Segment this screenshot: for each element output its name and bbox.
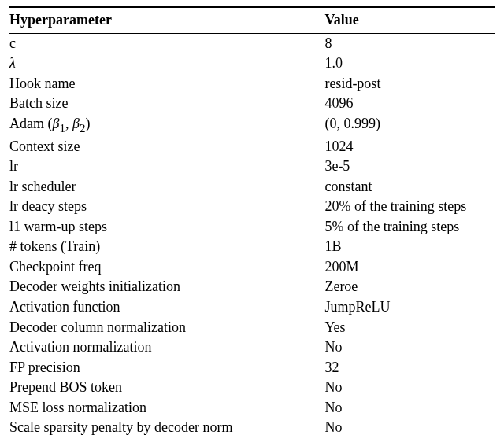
param-name: lr scheduler: [9, 177, 324, 197]
param-name: Decoder column normalization: [9, 318, 324, 338]
param-name: Context size: [9, 137, 324, 157]
param-value: JumpReLU: [324, 297, 495, 318]
param-value: No: [324, 378, 495, 398]
param-name: Decoder weights initialization: [9, 277, 324, 297]
table-header-row: Hyperparameter Value: [9, 8, 495, 33]
param-value: 20% of the training steps: [324, 197, 495, 217]
param-value: 32: [324, 358, 495, 378]
param-value: No: [324, 418, 495, 435]
param-name: # tokens (Train): [9, 237, 324, 257]
param-name: Activation normalization: [9, 337, 324, 358]
param-name: Activation function: [9, 297, 324, 318]
param-value: 1.0: [324, 53, 495, 74]
param-name: lr: [9, 157, 324, 177]
param-value: No: [324, 398, 495, 418]
param-value: 3e-5: [324, 157, 495, 177]
table-row: Hook name resid-post: [9, 74, 495, 94]
hyperparameter-table: Hyperparameter Value c 8 λ 1.0 Hook name…: [9, 6, 495, 435]
param-value: 1B: [324, 237, 495, 257]
param-text: ): [85, 116, 90, 131]
param-text: c: [9, 35, 16, 51]
param-name: Prepend BOS token: [9, 378, 324, 398]
table-row: Decoder column normalization Yes: [9, 318, 495, 338]
header-hyperparameter: Hyperparameter: [9, 10, 324, 31]
table-row: Batch size 4096: [9, 94, 495, 114]
table-row: Context size 1024: [9, 137, 495, 157]
table-row: Checkpoint freq 200M: [9, 257, 495, 278]
param-value: 4096: [324, 94, 495, 114]
param-name: l1 warm-up steps: [9, 217, 324, 238]
param-symbol: β: [72, 116, 80, 131]
table-row: lr deacy steps 20% of the training steps: [9, 197, 495, 217]
table-row: l1 warm-up steps 5% of the training step…: [9, 217, 495, 238]
param-name: Hook name: [9, 74, 324, 94]
table-row: # tokens (Train) 1B: [9, 237, 495, 257]
param-value: 1024: [324, 137, 495, 157]
table-row: c 8: [9, 34, 495, 54]
table-row: FP precision 32: [9, 358, 495, 378]
param-name: c: [9, 34, 324, 54]
param-name: Adam (β1, β2): [9, 114, 324, 137]
param-value: No: [324, 337, 495, 358]
header-value: Value: [324, 10, 495, 31]
param-value: 8: [324, 34, 495, 54]
param-name: Scale sparsity penalty by decoder norm: [9, 418, 324, 435]
param-value: constant: [324, 177, 495, 197]
table-row: MSE loss normalization No: [9, 398, 495, 418]
param-name: MSE loss normalization: [9, 398, 324, 418]
table-row: Activation normalization No: [9, 337, 495, 358]
table-row: Decoder weights initialization Zeroe: [9, 277, 495, 297]
param-name: Checkpoint freq: [9, 257, 324, 278]
param-subscript: 1: [59, 121, 65, 134]
param-value: 200M: [324, 257, 495, 278]
table-row: Activation function JumpReLU: [9, 297, 495, 318]
param-name: Batch size: [9, 94, 324, 114]
table-row: lr scheduler constant: [9, 177, 495, 197]
param-name: FP precision: [9, 358, 324, 378]
param-value: Zeroe: [324, 277, 495, 297]
param-text: Adam (: [9, 116, 52, 131]
param-value: Yes: [324, 318, 495, 338]
table-row: Scale sparsity penalty by decoder norm N…: [9, 418, 495, 435]
param-symbol: λ: [9, 55, 16, 71]
param-value: resid-post: [324, 74, 495, 94]
param-value: (0, 0.999): [324, 114, 495, 137]
param-value: 5% of the training steps: [324, 217, 495, 238]
param-name: lr deacy steps: [9, 197, 324, 217]
table-row: Adam (β1, β2) (0, 0.999): [9, 114, 495, 137]
param-text: ,: [65, 116, 72, 131]
param-name: λ: [9, 53, 324, 74]
table-row: lr 3e-5: [9, 157, 495, 177]
table-row: Prepend BOS token No: [9, 378, 495, 398]
table-row: λ 1.0: [9, 53, 495, 74]
